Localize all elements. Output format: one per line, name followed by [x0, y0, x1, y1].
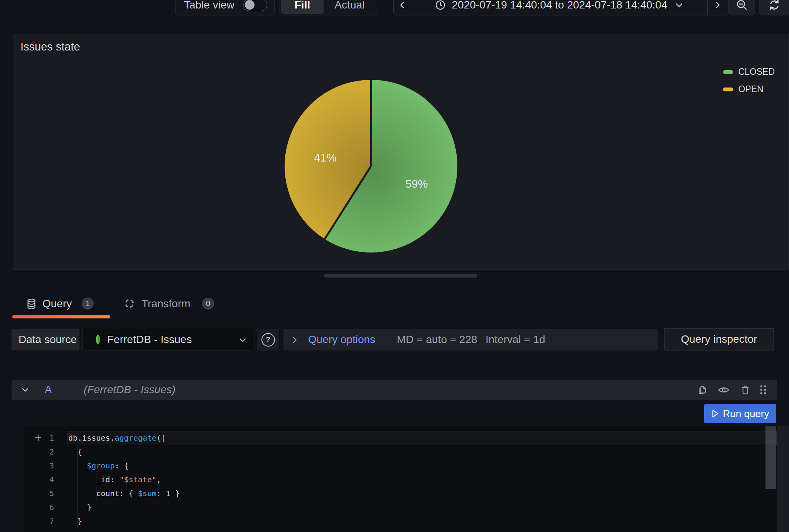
time-back-button[interactable]: [394, 0, 410, 15]
datasource-value: FerretDB - Issues: [107, 333, 192, 346]
play-icon: [711, 409, 719, 418]
datasource-help-button[interactable]: ?: [257, 329, 279, 350]
active-tab-underline: [12, 315, 110, 318]
legend-label-closed: CLOSED: [738, 67, 775, 77]
actual-button[interactable]: Actual: [324, 0, 375, 14]
datasource-select[interactable]: FerretDB - Issues: [82, 329, 253, 350]
fill-button[interactable]: Fill: [281, 0, 324, 14]
indent-guide: [78, 445, 78, 528]
query-options-bar[interactable]: Query options MD = auto = 228 Interval =…: [283, 329, 658, 350]
query-code-editor[interactable]: + 1db.issues.aggregate([2 {3 $group: {4 …: [24, 426, 777, 532]
pie-value-label-open: 41%: [314, 152, 337, 164]
duplicate-query-button[interactable]: [697, 380, 707, 400]
pie-chart[interactable]: 59%41%: [282, 78, 460, 256]
line-number: 6: [24, 500, 54, 514]
time-range-button[interactable]: 2020-07-19 14:40:04 to 2024-07-18 14:40:…: [410, 0, 707, 15]
delete-query-trash-button[interactable]: [740, 380, 750, 400]
indent-guide: [87, 459, 87, 514]
help-icon: ?: [261, 333, 275, 347]
query-inspector-button[interactable]: Query inspector: [664, 328, 774, 350]
code-text: count: { $sum: 1 }: [68, 487, 180, 500]
code-text: }: [68, 500, 91, 514]
line-number: 4: [24, 473, 54, 487]
line-number: 5: [24, 487, 54, 500]
legend-item-closed[interactable]: CLOSED: [723, 67, 775, 77]
chevron-right-icon: [715, 1, 721, 9]
panel-title: Issues state: [20, 40, 80, 53]
time-forward-button[interactable]: [708, 0, 728, 15]
tabs-bottom-border: [0, 319, 789, 319]
line-number: 1: [24, 431, 54, 445]
editor-scrollbar[interactable]: [765, 426, 776, 489]
pie-legend: CLOSED OPEN: [723, 67, 775, 94]
query-row-title: (FerretDB - Issues): [84, 380, 175, 400]
chevron-right-icon: [293, 337, 297, 343]
code-text: {: [68, 445, 82, 459]
database-icon: [26, 298, 37, 310]
line-number: 7: [24, 514, 54, 528]
drag-handle-grip-icon[interactable]: [759, 380, 767, 400]
code-text: ]): [68, 528, 78, 532]
chevron-left-icon: [399, 1, 405, 9]
code-text: }: [68, 514, 82, 528]
zoom-out-button[interactable]: [729, 0, 755, 15]
time-range-text: 2020-07-19 14:40:04 to 2024-07-18 14:40:…: [452, 0, 668, 11]
legend-item-open[interactable]: OPEN: [723, 84, 763, 94]
code-line-3[interactable]: 3 $group: {: [24, 459, 777, 473]
code-line-6[interactable]: 6 }: [24, 500, 777, 514]
legend-label-open: OPEN: [738, 84, 763, 94]
legend-swatch-closed: [723, 70, 733, 74]
run-query-button[interactable]: Run query: [704, 404, 776, 423]
query-ref-id: A: [45, 380, 52, 400]
interval-summary: Interval = 1d: [486, 333, 545, 346]
table-view-label: Table view: [184, 0, 234, 11]
time-picker-group: 2020-07-19 14:40:04 to 2024-07-18 14:40:…: [393, 0, 729, 15]
code-line-4[interactable]: 4 _id: "$state",: [24, 473, 777, 487]
table-view-toggle[interactable]: [243, 0, 267, 11]
code-line-1[interactable]: 1db.issues.aggregate([: [24, 431, 777, 445]
query-options-link[interactable]: Query options: [308, 333, 375, 346]
max-data-points-summary: MD = auto = 228: [397, 333, 477, 346]
toggle-knob: [245, 0, 255, 10]
code-text: _id: "$state",: [68, 473, 161, 487]
pie-value-label-closed: 59%: [405, 178, 428, 190]
tab-transform[interactable]: Transform: [142, 298, 191, 310]
transform-count-badge: 0: [202, 298, 214, 310]
clock-icon: [435, 0, 446, 10]
issues-state-panel: Issues state CLOSED OPEN 59%41%: [13, 34, 789, 270]
run-query-label: Run query: [723, 408, 769, 420]
line-number: 8: [24, 528, 54, 532]
datasource-label: Data source: [12, 329, 79, 350]
pane-resize-handle[interactable]: [324, 274, 477, 278]
code-lines: 1db.issues.aggregate([2 {3 $group: {4 _i…: [24, 426, 777, 532]
editor-right-gutter: [777, 426, 789, 532]
indent-guide: [96, 473, 96, 500]
collapse-chevron-icon[interactable]: [22, 388, 29, 392]
grafana-panel-editor: Table view Fill Actual 2020-07-19 14:40:…: [0, 0, 789, 532]
code-line-5[interactable]: 5 count: { $sum: 1 }: [24, 487, 777, 500]
mongodb-leaf-icon: [93, 334, 103, 346]
fill-actual-segmented: Fill Actual: [280, 0, 377, 15]
code-line-7[interactable]: 7 }: [24, 514, 777, 528]
chevron-down-icon: [239, 338, 246, 342]
legend-swatch-open: [723, 88, 733, 91]
query-row-header[interactable]: A (FerretDB - Issues): [12, 380, 777, 400]
line-number: 2: [24, 445, 54, 459]
code-text: db.issues.aggregate([: [68, 431, 166, 445]
chevron-down-icon: [676, 3, 683, 7]
tab-query[interactable]: Query: [42, 298, 72, 310]
code-line-8[interactable]: 8]): [24, 528, 777, 532]
query-count-badge: 1: [82, 298, 94, 310]
refresh-button[interactable]: [759, 0, 789, 15]
refresh-icon: [768, 0, 781, 11]
zoom-out-icon: [736, 0, 748, 11]
code-line-2[interactable]: 2 {: [24, 445, 777, 459]
line-number: 3: [24, 459, 54, 473]
transform-icon: [124, 298, 135, 309]
table-view-group: Table view: [175, 0, 275, 15]
hide-query-eye-button[interactable]: [718, 380, 729, 400]
